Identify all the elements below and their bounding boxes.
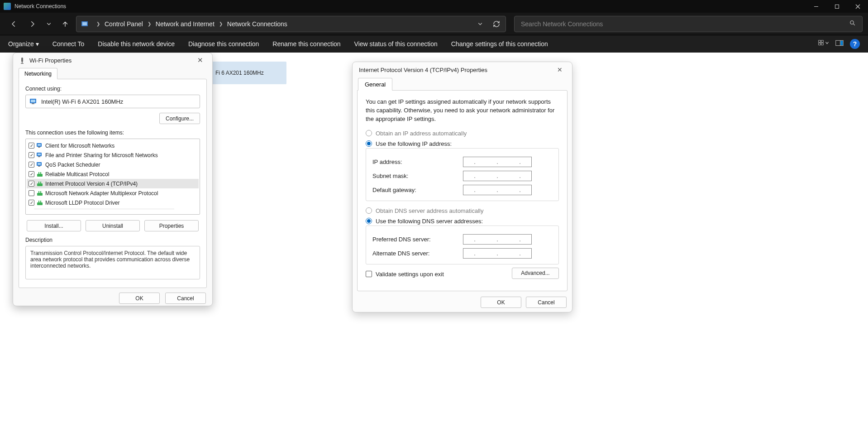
protocol-item[interactable]: Microsoft LLDP Protocol Driver <box>27 198 199 207</box>
protocol-icon <box>36 200 43 206</box>
tab-networking[interactable]: Networking <box>19 68 57 79</box>
checkbox-icon[interactable] <box>29 181 34 187</box>
checkbox-icon[interactable] <box>29 190 34 196</box>
radio-ip-auto[interactable]: Obtain an IP address automatically <box>366 130 559 137</box>
svg-rect-22 <box>38 144 41 146</box>
forward-button[interactable] <box>24 16 41 32</box>
preview-pane-button[interactable] <box>835 40 844 48</box>
advanced-button[interactable]: Advanced... <box>512 268 559 279</box>
dialog-titlebar[interactable]: Wi-Fi Properties ✕ <box>13 53 212 67</box>
minimize-button[interactable] <box>806 0 826 13</box>
up-button[interactable] <box>57 16 73 32</box>
radio-label: Obtain DNS server address automatically <box>376 207 483 214</box>
close-button[interactable]: ✕ <box>193 56 207 64</box>
cancel-button[interactable]: Cancel <box>165 293 206 304</box>
install-button[interactable]: Install... <box>27 220 81 231</box>
address-bar[interactable]: ❯ Control Panel ❯ Network and Internet ❯… <box>76 16 506 32</box>
tab-general[interactable]: General <box>358 78 392 91</box>
svg-rect-10 <box>819 43 821 45</box>
svg-rect-41 <box>40 201 41 202</box>
location-icon <box>81 20 89 28</box>
ipv4-properties-dialog: Internet Protocol Version 4 (TCP/IPv4) P… <box>352 62 572 312</box>
close-window-button[interactable] <box>847 0 868 13</box>
checkbox-icon[interactable] <box>29 171 34 177</box>
checkbox-icon <box>366 271 372 277</box>
horizontal-scrollbar[interactable] <box>34 209 174 213</box>
address-dropdown[interactable] <box>476 21 485 27</box>
pref-dns-input[interactable]: ... <box>463 234 532 245</box>
breadcrumb-item[interactable]: Network and Internet <box>156 20 215 28</box>
cmd-view-status[interactable]: View status of this connection <box>354 40 438 48</box>
svg-rect-40 <box>38 201 39 202</box>
ok-button[interactable]: OK <box>119 293 160 304</box>
command-bar: Organize ▾ Connect To Disable this netwo… <box>0 35 868 53</box>
properties-button[interactable]: Properties <box>144 220 199 231</box>
help-button[interactable]: ? <box>850 39 860 49</box>
svg-rect-25 <box>38 154 41 155</box>
view-options-button[interactable] <box>818 39 829 48</box>
radio-label: Use the following DNS server addresses: <box>376 218 483 225</box>
protocol-listbox[interactable]: Client for Microsoft NetworksFile and Pr… <box>25 139 200 215</box>
protocol-icon <box>36 181 43 187</box>
cmd-change-settings[interactable]: Change settings of this connection <box>451 40 548 48</box>
adapter-field[interactable]: Intel(R) Wi-Fi 6 AX201 160MHz <box>25 95 200 108</box>
cmd-disable[interactable]: Disable this network device <box>98 40 175 48</box>
protocol-label: Microsoft LLDP Protocol Driver <box>45 200 120 206</box>
checkbox-icon[interactable] <box>29 200 34 206</box>
adapter-tile[interactable]: Fi 6 AX201 160MHz <box>212 62 286 84</box>
protocol-icon <box>36 162 43 168</box>
recent-dropdown[interactable] <box>43 16 54 32</box>
radio-icon <box>366 207 372 214</box>
ip-address-input[interactable]: ... <box>463 157 532 167</box>
search-box[interactable] <box>514 16 863 32</box>
svg-rect-23 <box>38 147 40 148</box>
svg-rect-8 <box>819 40 821 43</box>
refresh-button[interactable] <box>492 20 501 28</box>
svg-rect-14 <box>840 41 843 45</box>
uninstall-button[interactable]: Uninstall <box>86 220 140 231</box>
maximize-button[interactable] <box>826 0 847 13</box>
chevron-right-icon: ❯ <box>96 21 100 26</box>
alt-dns-input[interactable]: ... <box>463 248 532 259</box>
dialog-titlebar[interactable]: Internet Protocol Version 4 (TCP/IPv4) P… <box>353 62 572 77</box>
checkbox-icon[interactable] <box>29 143 34 149</box>
protocol-item[interactable]: QoS Packet Scheduler <box>27 160 199 169</box>
radio-dns-manual[interactable]: Use the following DNS server addresses: <box>366 218 559 225</box>
protocol-item[interactable]: Client for Microsoft Networks <box>27 141 199 150</box>
ip-address-label: IP address: <box>372 158 463 165</box>
cmd-organize[interactable]: Organize ▾ <box>8 40 39 48</box>
back-button[interactable] <box>5 16 22 32</box>
gateway-input[interactable]: ... <box>463 185 532 195</box>
svg-rect-30 <box>37 174 43 177</box>
search-icon[interactable] <box>849 19 856 28</box>
cmd-connect-to[interactable]: Connect To <box>52 40 85 48</box>
info-text: You can get IP settings assigned automat… <box>366 98 559 124</box>
svg-rect-1 <box>835 5 839 8</box>
radio-dns-auto[interactable]: Obtain DNS server address automatically <box>366 207 559 214</box>
protocol-item[interactable]: Microsoft Network Adapter Multiplexor Pr… <box>27 188 199 198</box>
cmd-diagnose[interactable]: Diagnose this connection <box>188 40 259 48</box>
search-input[interactable] <box>521 20 849 28</box>
ok-button[interactable]: OK <box>481 297 521 308</box>
protocol-item[interactable]: File and Printer Sharing for Microsoft N… <box>27 150 199 160</box>
checkbox-icon[interactable] <box>29 152 34 158</box>
close-button[interactable]: ✕ <box>554 66 566 73</box>
cancel-button[interactable]: Cancel <box>526 297 567 308</box>
radio-label: Obtain an IP address automatically <box>376 130 467 137</box>
radio-icon <box>366 218 372 224</box>
checkbox-icon[interactable] <box>29 162 34 168</box>
gateway-label: Default gateway: <box>372 187 463 193</box>
ip-group: IP address: ... Subnet mask: ... Default… <box>366 148 559 201</box>
wifi-properties-dialog: Wi-Fi Properties ✕ Networking Connect us… <box>13 53 213 306</box>
svg-rect-38 <box>40 191 41 193</box>
configure-button[interactable]: Configure... <box>159 113 200 124</box>
breadcrumb-item[interactable]: Network Connections <box>227 20 287 28</box>
protocol-item[interactable]: Internet Protocol Version 4 (TCP/IPv4) <box>27 179 199 188</box>
cmd-rename[interactable]: Rename this connection <box>272 40 340 48</box>
protocol-item[interactable]: Reliable Multicast Protocol <box>27 169 199 179</box>
radio-ip-manual[interactable]: Use the following IP address: <box>366 140 559 147</box>
svg-rect-29 <box>38 166 40 167</box>
subnet-input[interactable]: ... <box>463 171 532 181</box>
breadcrumb-item[interactable]: Control Panel <box>105 20 143 28</box>
protocol-icon <box>36 190 43 197</box>
